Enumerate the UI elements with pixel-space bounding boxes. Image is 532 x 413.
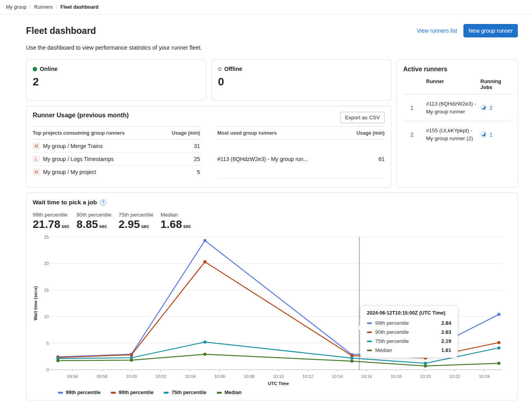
legend-swatch-icon xyxy=(111,392,116,394)
column-header-runner: Runner xyxy=(426,74,480,94)
tooltip-series-label: 90th percentile xyxy=(375,329,438,335)
tooltip-row: 75th percentile2.19 xyxy=(367,337,451,346)
data-point[interactable] xyxy=(497,362,500,365)
runners-name-header: Most used group runners xyxy=(218,127,350,140)
data-point[interactable] xyxy=(130,353,133,356)
runner-usage-name: #113 (6QHdzW2e3) - My group run... xyxy=(218,140,350,178)
project-name: My group / My project xyxy=(43,169,96,175)
x-tick-label: 10:04 xyxy=(185,374,196,379)
stat-unit: sec xyxy=(141,224,149,229)
running-jobs-count-link[interactable]: 2 xyxy=(489,105,493,111)
series-swatch-icon xyxy=(367,350,372,351)
active-runners-table: Runner Running Jobs 1 #113 (6QHdzW2e3) -… xyxy=(403,74,511,148)
wait-time-card: Wait time to pick a job ? 99th percentil… xyxy=(26,193,518,400)
project-usage-value: 25 xyxy=(165,153,200,166)
tooltip-rows: 99th percentile2.8490th percentile2.6375… xyxy=(367,319,451,355)
wait-time-title-row: Wait time to pick a job ? xyxy=(33,199,511,206)
stat-value: 2.95 xyxy=(119,218,140,230)
tooltip-series-value: 2.84 xyxy=(441,320,451,326)
stat-unit: sec xyxy=(61,224,69,229)
breadcrumb-separator: / xyxy=(56,4,57,10)
data-point[interactable] xyxy=(203,239,206,242)
data-point[interactable] xyxy=(350,356,353,359)
x-tick-label: 10:00 xyxy=(126,374,137,379)
project-usage-row: MMy group / My project 5 xyxy=(33,166,200,179)
x-tick-label: 10:10 xyxy=(273,374,284,379)
projects-usage-header: Usage (min) xyxy=(165,127,200,140)
tooltip-row: 99th percentile2.84 xyxy=(367,319,451,328)
y-tick-label: 10 xyxy=(44,314,49,319)
data-point[interactable] xyxy=(130,359,133,362)
view-runners-list-link[interactable]: View runners list xyxy=(417,28,457,34)
stat-label: 75th percentile xyxy=(119,212,154,218)
chart-tooltip: 2024-06-12T10:15:00Z (UTC Time) 99th per… xyxy=(360,306,458,358)
new-group-runner-button[interactable]: New group runner xyxy=(463,24,518,37)
runner-usage-value: 61 xyxy=(349,140,385,178)
stat-unit: sec xyxy=(183,224,191,229)
runners-usage-header: Usage (min) xyxy=(349,127,385,140)
stat-value: 1.68 xyxy=(160,218,182,230)
data-point[interactable] xyxy=(203,260,206,263)
cards-grid: Online 2 Offline 0 Active runners Runner… xyxy=(26,59,518,188)
legend-item-75th-percentile[interactable]: 75th percentile xyxy=(164,390,206,395)
runner-usage-header: Runner Usage (previous month) Export as … xyxy=(33,112,385,123)
y-axis-title: Wait time (secs) xyxy=(33,286,38,320)
export-csv-button[interactable]: Export as CSV xyxy=(340,112,385,123)
breadcrumb-item-my-group[interactable]: My group xyxy=(6,4,26,10)
x-axis-title: UTC Time xyxy=(268,381,289,386)
data-point[interactable] xyxy=(497,346,500,350)
y-tick-label: 0 xyxy=(47,367,49,372)
data-point[interactable] xyxy=(203,353,206,356)
x-tick-label: 10:02 xyxy=(155,374,166,379)
breadcrumb-item-current: Fleet dashboard xyxy=(60,4,99,10)
help-icon[interactable]: ? xyxy=(100,200,106,206)
stat-90th-percentile: 90th percentile 8.85sec xyxy=(76,212,112,231)
status-running-icon xyxy=(480,131,487,138)
tooltip-series-value: 2.19 xyxy=(441,338,451,344)
tooltip-series-value: 1.61 xyxy=(441,347,451,353)
offline-label: Offline xyxy=(224,66,242,72)
projects-name-header: Top projects consuming group runners xyxy=(33,127,165,140)
y-tick-label: 25 xyxy=(44,235,49,239)
page-header: Fleet dashboard View runners list New gr… xyxy=(26,24,518,37)
legend-label: 75th percentile xyxy=(171,390,206,395)
x-tick-label: 09:58 xyxy=(97,374,108,379)
data-point[interactable] xyxy=(424,365,427,368)
x-tick-label: 10:12 xyxy=(302,374,313,379)
column-header-index xyxy=(403,74,426,94)
x-tick-label: 10:20 xyxy=(420,374,431,379)
project-usage-row: LMy group / Logs Timestamps 25 xyxy=(33,153,200,166)
data-point[interactable] xyxy=(203,341,206,344)
page-content: Fleet dashboard View runners list New gr… xyxy=(26,24,518,400)
most-used-runners-table: Most used group runners Usage (min) #113… xyxy=(218,126,385,178)
online-runners-card: Online 2 xyxy=(26,59,206,101)
legend-item-median[interactable]: Median xyxy=(217,390,242,395)
x-tick-label: 10:14 xyxy=(332,374,343,379)
stat-label: 90th percentile xyxy=(76,212,112,218)
legend-item-99th-percentile[interactable]: 99th percentile xyxy=(58,390,100,395)
wait-time-chart[interactable]: 051015202509:5609:5810:0010:0210:0410:06… xyxy=(33,234,511,390)
online-status-dot-icon xyxy=(33,67,37,71)
x-tick-label: 10:22 xyxy=(449,374,460,379)
project-avatar: L xyxy=(33,156,40,163)
data-point[interactable] xyxy=(497,341,500,344)
offline-count: 0 xyxy=(218,76,385,88)
breadcrumb-item-runners[interactable]: Runners xyxy=(34,4,53,10)
stat-median: Median 1.68sec xyxy=(160,212,191,231)
stat-value: 8.85 xyxy=(76,218,98,230)
legend-item-90th-percentile[interactable]: 90th percentile xyxy=(111,390,153,395)
series-swatch-icon xyxy=(367,332,372,333)
running-jobs-count-link[interactable]: 1 xyxy=(489,131,493,138)
runner-usage-title: Runner Usage (previous month) xyxy=(33,112,129,119)
runner-rank: 2 xyxy=(403,121,426,148)
data-point[interactable] xyxy=(350,359,353,363)
data-point[interactable] xyxy=(56,359,60,362)
project-avatar: M xyxy=(33,143,40,150)
top-projects-table: Top projects consuming group runners Usa… xyxy=(33,126,200,178)
online-label-row: Online xyxy=(33,66,199,72)
y-tick-label: 15 xyxy=(44,288,49,293)
column-header-running-jobs: Running Jobs xyxy=(480,74,511,94)
page-description: Use the dashboard to view performance st… xyxy=(26,44,518,51)
data-point[interactable] xyxy=(497,313,500,316)
tooltip-series-label: 75th percentile xyxy=(375,338,438,344)
